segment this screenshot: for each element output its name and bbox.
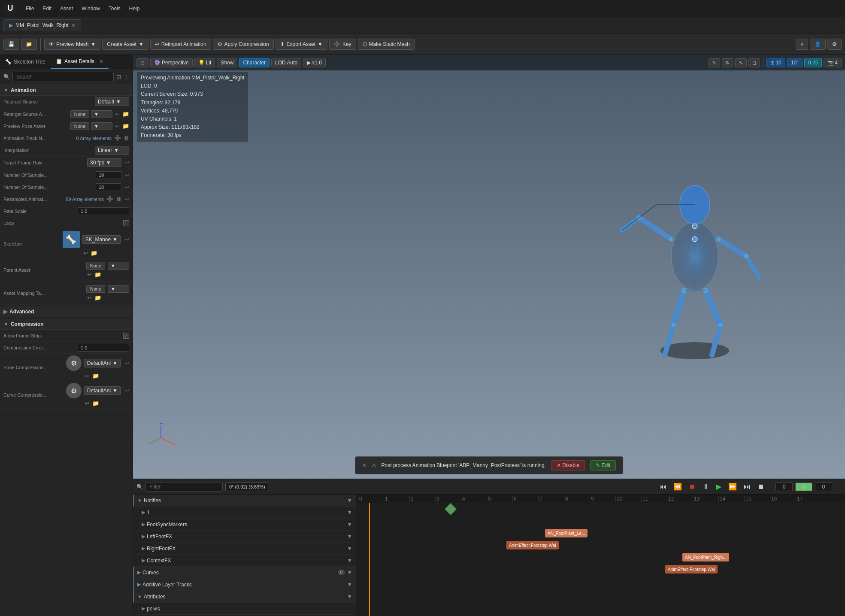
preview-pose-browse-btn[interactable]: 📁 <box>122 123 129 129</box>
editor-tab[interactable]: ▶ MM_Pistol_Walk_Right ✕ <box>3 19 81 31</box>
tl-stop-btn[interactable]: ⏹ <box>756 482 766 492</box>
rotate-snap-button[interactable]: 10° <box>787 58 803 67</box>
loop-checkbox[interactable] <box>123 220 129 226</box>
resampled-anim-del-btn[interactable]: 🗑 <box>116 196 121 202</box>
retarget-source-a-pick-btn[interactable]: ↩ <box>115 111 120 117</box>
target-frame-rate-reset[interactable]: ↩ <box>125 160 129 166</box>
timeline-filter-input[interactable] <box>145 482 223 492</box>
track-additive-layer[interactable]: ▶ Additive Layer Tracks ▼ <box>133 579 356 591</box>
create-asset-button[interactable]: Create Asset ▼ <box>102 39 148 50</box>
menu-tools[interactable]: Tools <box>105 4 124 13</box>
num-sample-2-reset[interactable]: ↩ <box>125 184 129 190</box>
play-speed-button[interactable]: ▶ x1.0 <box>303 58 326 67</box>
toolbar-expander-button[interactable]: » <box>796 39 808 50</box>
interpolation-dropdown[interactable]: Linear ▼ <box>95 146 129 155</box>
options-icon-btn[interactable]: ⋮ <box>123 73 129 80</box>
camera-speed-button[interactable]: 📷 4 <box>824 58 842 67</box>
notify-diamond[interactable] <box>445 503 457 515</box>
preview-pose-none[interactable]: None <box>70 122 89 130</box>
tl-play-btn[interactable]: ▶ <box>715 482 723 492</box>
scale-mode-btn[interactable]: ⤡ <box>735 58 747 67</box>
notifies-options-btn[interactable]: ▼ <box>347 497 352 504</box>
tl-next-frame-btn[interactable]: ⏩ <box>727 482 739 492</box>
track-contextfx[interactable]: ▶ ContextFX ▼ <box>133 555 356 567</box>
bone-compression-reset[interactable]: ↩ <box>125 360 129 366</box>
scale-snap-button[interactable]: 0.25 <box>804 58 822 67</box>
curves-options-btn[interactable]: ▼ <box>347 569 352 576</box>
bone-compression-dropdown[interactable]: DefaultAni ▼ <box>84 359 121 367</box>
advanced-section-header[interactable]: ▶ Advanced <box>0 306 133 317</box>
track-attributes[interactable]: ▼ Attributes ▼ <box>133 591 356 603</box>
move-mode-btn[interactable]: ↖ <box>709 58 720 67</box>
retarget-source-a-none[interactable]: None <box>70 110 89 118</box>
rightfoot-options-btn[interactable]: ▼ <box>347 545 352 552</box>
tab-skeleton-tree[interactable]: 🦴 Skeleton Tree <box>0 55 51 69</box>
retarget-source-a-dropdown[interactable]: ▼ <box>91 110 112 118</box>
filter-icon-btn[interactable]: ⊟ <box>116 73 121 80</box>
asset-mapping-none[interactable]: None <box>86 285 105 293</box>
curve-compression-dropdown[interactable]: DefaultAni ▼ <box>84 386 121 395</box>
resampled-anim-add-btn[interactable]: ➕ <box>106 196 113 202</box>
viewport[interactable]: ☰ 🔮 Perspective 💡 Lit Show Character LOD… <box>133 55 845 479</box>
key-button[interactable]: ➕ Key <box>329 39 356 50</box>
attributes-options-btn[interactable]: ▼ <box>347 593 352 600</box>
search-input[interactable] <box>12 72 114 82</box>
menu-edit[interactable]: Edit <box>39 4 55 13</box>
parent-asset-browse-btn[interactable]: 📁 <box>94 271 101 278</box>
anim-effect-right-chip[interactable]: AnimEffect.Footstep.Wal <box>665 565 718 574</box>
anim-track-del-btn[interactable]: 🗑 <box>124 135 129 141</box>
tab-close-button[interactable]: ✕ <box>71 22 76 28</box>
asset-details-close[interactable]: ✕ <box>99 58 103 64</box>
allow-frame-strip-checkbox[interactable] <box>123 333 129 339</box>
num-sample-1-input[interactable] <box>96 171 121 179</box>
footplant-right-chip[interactable]: AN_FootPlant_Righ... <box>682 553 729 561</box>
preview-pose-dropdown[interactable]: ▼ <box>91 122 112 130</box>
track-curves[interactable]: ▶ Curves 0 ▼ <box>133 567 356 579</box>
compression-error-input[interactable] <box>78 344 129 352</box>
footplant-left-chip[interactable]: AN_FootPlant_Le... <box>545 529 588 537</box>
banner-disable-button[interactable]: ✕ Disable <box>551 460 585 470</box>
track-1[interactable]: ▶ 1 ▼ <box>133 507 356 519</box>
animation-section-header[interactable]: ▼ Animation <box>0 85 133 96</box>
anim-effect-left-chip[interactable]: AnimEffect.Footstep.Wal <box>506 541 559 549</box>
skeleton-reset[interactable]: ↩ <box>125 237 129 243</box>
curve-compression-browse-btn[interactable]: 📁 <box>92 400 99 407</box>
compression-section-header[interactable]: ▼ Compression <box>0 319 133 330</box>
tl-current-frame[interactable]: 0 <box>775 482 793 491</box>
preview-mesh-button[interactable]: 👁 Preview Mesh ▼ <box>44 39 100 50</box>
timeline-playhead[interactable] <box>369 503 370 616</box>
tl-last-frame-btn[interactable]: ⏭ <box>742 482 752 492</box>
skeleton-pick-btn[interactable]: ↩ <box>83 250 88 256</box>
parent-asset-none[interactable]: None <box>86 262 105 270</box>
reimport-animation-button[interactable]: ↩ Reimport Animation <box>150 39 211 50</box>
resampled-anim-reset[interactable]: ↩ <box>125 196 129 202</box>
track-footsync[interactable]: ▶ FootSyncMarkers ▼ <box>133 519 356 531</box>
anim-track-add-btn[interactable]: ➕ <box>114 135 121 141</box>
grid-size-button[interactable]: ⊞ 10 <box>766 58 785 67</box>
track-leftfoot[interactable]: ▶ LeftFootFX ▼ <box>133 531 356 543</box>
contextfx-options-btn[interactable]: ▼ <box>347 557 352 564</box>
asset-mapping-dropdown[interactable]: ▼ <box>108 285 129 293</box>
asset-mapping-pick-btn[interactable]: ↩ <box>87 294 92 301</box>
character-button[interactable]: Character <box>239 58 270 67</box>
menu-asset[interactable]: Asset <box>57 4 76 13</box>
tl-record-btn[interactable]: ⏺ <box>687 482 697 492</box>
tl-prev-frame-btn[interactable]: ⏪ <box>672 482 684 492</box>
snap-btn[interactable]: ◻ <box>748 58 760 67</box>
bone-compression-browse-btn[interactable]: 📁 <box>92 373 99 379</box>
skeleton-dropdown[interactable]: SK_Manne ▼ <box>82 235 121 244</box>
track-1-options-btn[interactable]: ▼ <box>347 509 352 516</box>
menu-file[interactable]: File <box>22 4 37 13</box>
settings-button[interactable]: ⚙ <box>827 39 842 50</box>
show-button[interactable]: Show <box>217 58 237 67</box>
banner-edit-button[interactable]: ✎ Edit <box>590 460 616 470</box>
parent-asset-dropdown[interactable]: ▼ <box>108 262 129 270</box>
footsync-options-btn[interactable]: ▼ <box>347 521 352 528</box>
browse-button[interactable]: 📁 <box>21 39 37 50</box>
retarget-source-a-browse-btn[interactable]: 📁 <box>122 111 129 117</box>
curve-compression-reset[interactable]: ↩ <box>125 388 129 394</box>
export-asset-button[interactable]: ⬆ Export Asset ▼ <box>276 39 327 50</box>
skeleton-browse-btn[interactable]: 📁 <box>91 250 97 256</box>
track-pelvis[interactable]: ▶ pelvis <box>133 603 356 615</box>
timeline-ruler-area[interactable]: 0 1 2 3 4 5 6 7 8 9 10 11 12 <box>356 495 845 616</box>
